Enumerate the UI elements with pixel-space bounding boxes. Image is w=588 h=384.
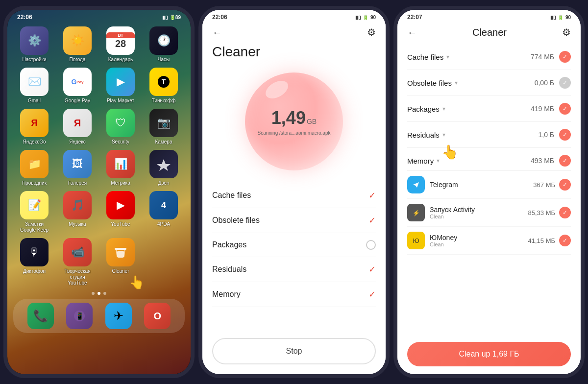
- time-2: 22:06: [212, 14, 227, 21]
- tinkoff-label: Тинькофф: [152, 98, 176, 104]
- app-keep[interactable]: 📝 Заметки Google Keep: [15, 191, 53, 233]
- back-button-2[interactable]: ←: [212, 27, 222, 38]
- gear-button-3[interactable]: ⚙: [562, 26, 571, 38]
- files-label: Проводник: [22, 180, 47, 186]
- svg-rect-2: [115, 248, 126, 250]
- sub-app-telegram: Telegram 367 МБ ✓: [407, 171, 571, 199]
- app-weather[interactable]: ☀️ Погода: [58, 26, 97, 63]
- app-metrics[interactable]: 📊 Метрика: [101, 150, 140, 186]
- zen-icon: [149, 150, 178, 178]
- status-icons-1: ▮▯ 🔋89: [162, 15, 181, 20]
- keep-icon: 📝: [20, 191, 49, 219]
- camera-label: Камера: [155, 139, 172, 145]
- cleaner-scan-title: Cleaner: [202, 44, 386, 68]
- metrics-label: Метрика: [111, 180, 130, 186]
- gallery-icon: 🖼: [63, 150, 92, 178]
- chevron-memory: ▾: [437, 157, 440, 164]
- check-yumoney-app[interactable]: ✓: [559, 235, 571, 246]
- app-clock[interactable]: 🕐 Часы: [145, 26, 183, 63]
- sub-app-yumoney: Ю ЮMoney Clean 41,15 МБ ✓: [407, 227, 571, 255]
- gmail-label: Gmail: [28, 98, 41, 104]
- 4pda-icon: 4: [149, 191, 178, 219]
- app-music[interactable]: 🎵 Музыка: [58, 191, 97, 233]
- creative-icon: 📹: [63, 238, 92, 266]
- cleaner-scan-header: ← ⚙: [202, 23, 386, 44]
- app-yandexgo[interactable]: Я ЯндексGo: [15, 109, 53, 145]
- cleaner-icon: [106, 238, 135, 266]
- app-gallery[interactable]: 🖼 Галерея: [58, 150, 97, 186]
- check-cache[interactable]: ✓: [559, 51, 571, 63]
- page-dots: [7, 290, 191, 297]
- memory-title: Memory ▾ 👆: [407, 157, 440, 165]
- gpay-icon: G Pay: [63, 68, 92, 96]
- app-yandex[interactable]: Я Яндекс: [58, 109, 97, 145]
- security-icon: 🛡: [106, 109, 135, 137]
- telegram-app-icon: [407, 176, 425, 193]
- weather-icon: ☀️: [63, 26, 92, 55]
- yumoney-app-icon: Ю: [407, 232, 425, 249]
- time-3: 22:07: [407, 14, 422, 21]
- clean-btn-container: Clean up 1,69 ГБ: [407, 342, 571, 366]
- app-dictaphone[interactable]: 🎙 Диктофон: [15, 238, 53, 286]
- check-residuals[interactable]: ✓: [559, 129, 571, 141]
- app-files[interactable]: 📁 Проводник: [15, 150, 53, 186]
- check-obsolete[interactable]: ✓: [559, 77, 571, 89]
- check-packages[interactable]: ✓: [559, 103, 571, 115]
- app-4pda[interactable]: 4 4PDA: [145, 191, 183, 233]
- chevron-obsolete: ▾: [455, 79, 458, 86]
- app-market[interactable]: ▶ Play Маркет: [101, 68, 140, 104]
- app-grid: ⚙️ Настройки ☀️ Погода ВТ 28 Календарь 🕐…: [7, 23, 191, 290]
- app-youtube[interactable]: ▶ YouTube: [101, 191, 140, 233]
- camera-icon: 📷: [149, 109, 178, 137]
- dock-opera[interactable]: O: [144, 303, 171, 329]
- check-telegram-app[interactable]: ✓: [559, 179, 571, 191]
- check-memory[interactable]: ✓: [559, 155, 571, 167]
- app-gpay[interactable]: G Pay Google Pay: [58, 68, 97, 104]
- scan-item-obsolete: Obsolete files ✓: [212, 208, 376, 233]
- dot-2: [98, 292, 100, 295]
- status-bar-2: 22:06 ▮▯ 🔋90: [202, 10, 386, 23]
- app-gmail[interactable]: ✉️ Gmail: [15, 68, 53, 104]
- bubble-scan-text: Scanning /stora...aomi.macro.apk: [248, 130, 341, 136]
- app-camera[interactable]: 📷 Камера: [145, 109, 183, 145]
- time-1: 22:06: [17, 14, 32, 21]
- yandex-icon: Я: [63, 109, 92, 137]
- app-zen[interactable]: Дзен: [145, 150, 183, 186]
- dot-3: [103, 292, 106, 295]
- scan-item-packages: Packages: [212, 233, 376, 257]
- result-item-residuals: Residuals ▾ 1,0 Б ✓: [407, 122, 571, 148]
- clean-button[interactable]: Clean up 1,69 ГБ: [407, 342, 571, 366]
- dot-1: [92, 292, 95, 295]
- 4pda-label: 4PDA: [157, 221, 170, 227]
- back-button-3[interactable]: ←: [407, 27, 417, 38]
- scan-item-residuals: Residuals ✓: [212, 257, 376, 282]
- gear-button-2[interactable]: ⚙: [367, 26, 376, 38]
- gmail-icon: ✉️: [20, 68, 49, 96]
- stop-button[interactable]: Stop: [212, 338, 376, 364]
- scan-bubble: 1,49 GB Scanning /stora...aomi.macro.apk: [245, 72, 343, 170]
- dictaphone-label: Диктофон: [23, 268, 46, 274]
- app-tinkoff[interactable]: T Тинькофф: [145, 68, 183, 104]
- app-security[interactable]: 🛡 Security: [101, 109, 140, 145]
- scan-item-memory: Memory ✓: [212, 282, 376, 307]
- gpay-label: Google Pay: [65, 98, 90, 104]
- yandexgo-icon: Я: [20, 109, 49, 137]
- dock-telegram[interactable]: ✈: [105, 303, 132, 329]
- sub-app-activity: ⚡ Запуск Activity Clean 85,33 МБ ✓: [407, 199, 571, 227]
- calendar-icon: ВТ 28: [106, 26, 135, 55]
- dock-viber[interactable]: 📱: [66, 303, 93, 329]
- settings-icon: ⚙️: [20, 26, 49, 55]
- check-activity-app[interactable]: ✓: [559, 207, 571, 218]
- phone-1: 22:06 ▮▯ 🔋89 ⚙️ Настройки ☀️ Погода ВТ 2…: [3, 6, 195, 378]
- dock-phone[interactable]: 📞: [27, 303, 54, 329]
- app-creative[interactable]: 📹 Творческая студия YouTube: [58, 238, 97, 286]
- app-settings[interactable]: ⚙️ Настройки: [15, 26, 53, 63]
- cleaner-result-screen: 22:07 ▮▯ 🔋90 ← Cleaner ⚙ Cache files ▾ 7…: [397, 10, 581, 374]
- clock-label: Часы: [158, 57, 170, 63]
- memory-header: Memory ▾ 👆 493 МБ ✓: [407, 150, 571, 171]
- metrics-icon: 📊: [106, 150, 135, 178]
- app-calendar[interactable]: ВТ 28 Календарь: [101, 26, 140, 63]
- app-cleaner[interactable]: Cleaner 👆: [101, 238, 140, 286]
- activity-app-icon: ⚡: [407, 204, 425, 221]
- scan-items-list: Cache files ✓ Obsolete files ✓ Packages …: [202, 175, 386, 315]
